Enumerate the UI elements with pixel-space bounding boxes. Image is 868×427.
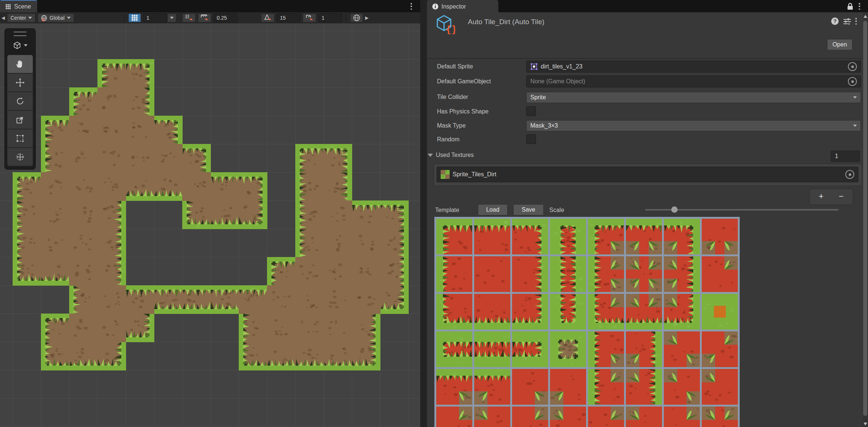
object-picker-icon[interactable] (845, 170, 854, 179)
default-sprite-field[interactable]: dirt_tiles_v1_23 (526, 61, 861, 73)
header-separator (427, 58, 862, 59)
used-textures-foldout-icon[interactable] (428, 154, 433, 157)
scale-snap-icon (305, 14, 314, 22)
tile-collider-value: Sprite (530, 94, 546, 101)
mask-type-label: Mask Type (437, 122, 466, 129)
used-textures-count: 1 (835, 153, 838, 160)
transform-tool-icon (15, 152, 25, 162)
move-snap-field[interactable]: 0.25 (213, 13, 237, 22)
lock-icon[interactable] (847, 3, 853, 10)
has-physics-shape-label: Has Physics Shape (437, 108, 489, 115)
add-texture-button[interactable]: + (812, 190, 830, 202)
default-sprite-value: dirt_tiles_v1_23 (541, 63, 582, 70)
scale-slider-thumb[interactable] (671, 206, 678, 213)
tool-rect[interactable] (7, 129, 33, 148)
hand-icon (15, 59, 25, 69)
grid-snap-icon (185, 14, 193, 22)
load-button[interactable]: Load (478, 204, 508, 215)
grid-size-field[interactable]: 1 (143, 13, 167, 22)
chevron-down-icon (853, 125, 857, 127)
plus-icon: + (819, 192, 824, 201)
mask-type-value: Mask_3×3 (530, 122, 558, 129)
random-checkbox[interactable] (526, 134, 536, 144)
remove-texture-button[interactable]: − (832, 190, 850, 202)
grid-visibility-button[interactable] (128, 13, 141, 22)
default-gameobject-field[interactable]: None (Game Object) (526, 76, 861, 87)
tile-collider-dropdown[interactable]: Sprite (526, 92, 861, 103)
scale-snap-field[interactable]: 1 (318, 13, 342, 22)
minus-icon: − (839, 192, 844, 201)
tool-rotate[interactable] (7, 92, 33, 110)
sprite-icon (530, 63, 538, 70)
scale-label: Scale (549, 207, 564, 214)
scale-snap-value: 1 (322, 15, 325, 21)
collapse-right-icon[interactable]: ▶ (365, 15, 369, 20)
tool-move[interactable] (7, 73, 33, 92)
axis-dropdown[interactable]: Global (38, 13, 74, 22)
rotate-snap-button[interactable] (261, 13, 274, 22)
svg-text:{}: {} (446, 24, 455, 34)
object-picker-icon[interactable] (848, 62, 857, 71)
object-picker-icon[interactable] (848, 77, 857, 86)
move-snap-button[interactable] (198, 13, 211, 22)
overlay-drag-handle[interactable] (14, 32, 26, 36)
save-button-label: Save (522, 206, 535, 213)
collapse-left-icon[interactable]: ◀ (1, 15, 5, 20)
rotate-icon (15, 96, 25, 106)
save-button[interactable]: Save (513, 204, 544, 215)
scene-toolbar: ◀ Center Global 1 0.25 (0, 12, 420, 23)
inspector-scrollbar-thumb[interactable] (863, 21, 867, 416)
grid-size-caret-button[interactable] (168, 13, 176, 22)
angle-snap-icon (264, 14, 272, 22)
scrollbar-down-icon[interactable] (864, 423, 867, 426)
tab-scene[interactable]: Scene (0, 0, 37, 12)
chevron-down-icon (853, 96, 857, 99)
load-button-label: Load (486, 206, 499, 213)
tool-context-dropdown[interactable] (7, 39, 33, 52)
auto-tile-asset-icon: {} (436, 14, 455, 34)
scene-viewport-tilemap[interactable] (0, 23, 420, 427)
autotile-template-palette[interactable] (434, 217, 740, 427)
has-physics-shape-checkbox[interactable] (526, 106, 536, 116)
template-label: Template (435, 207, 459, 214)
grid-size-value: 1 (147, 15, 150, 21)
default-gameobject-label: Default GameObject (437, 78, 491, 85)
mask-type-dropdown[interactable]: Mask_3×3 (526, 120, 861, 131)
scale-snap-button[interactable] (303, 13, 316, 22)
axis-dropdown-label: Global (49, 15, 64, 21)
default-gameobject-value: None (Game Object) (530, 78, 585, 85)
rotate-snap-field[interactable]: 15 (277, 13, 300, 22)
tool-scale[interactable] (7, 110, 33, 129)
tool-transform[interactable] (7, 148, 33, 166)
tile-collider-label: Tile Collider (437, 94, 468, 100)
scene-menu-kebab-icon[interactable] (411, 3, 412, 10)
presets-icon[interactable] (843, 17, 852, 25)
rotate-snap-value: 15 (280, 15, 286, 21)
panel-divider[interactable] (420, 0, 427, 427)
help-icon[interactable]: ? (831, 17, 839, 25)
tab-inspector[interactable]: Inspector (427, 0, 498, 12)
move-snap-value: 0.25 (217, 15, 227, 21)
used-texture-entry[interactable]: Sprite_Tiles_Dirt (437, 167, 858, 182)
tab-scene-label: Scene (14, 3, 31, 10)
scale-tool-icon (15, 115, 25, 125)
scene-camera-gizmo-button[interactable] (350, 13, 363, 22)
inspector-tabbar-kebab-icon[interactable] (859, 3, 860, 10)
globe-icon (41, 15, 47, 21)
pivot-dropdown-label: Center (10, 15, 26, 21)
scene-grid-icon (5, 4, 11, 10)
open-button[interactable]: Open (827, 39, 852, 50)
pivot-dropdown[interactable]: Center (7, 13, 35, 22)
grid-snap-button[interactable] (182, 13, 196, 22)
scrollbar-up-icon[interactable] (864, 15, 867, 18)
move-arrows-icon (15, 78, 25, 87)
tab-inspector-label: Inspector (441, 3, 466, 10)
open-button-label: Open (832, 41, 847, 48)
used-texture-entry-label: Sprite_Tiles_Dirt (453, 171, 496, 178)
default-sprite-label: Default Sprite (437, 63, 473, 70)
tool-hand[interactable] (7, 55, 33, 73)
used-textures-count-field[interactable]: 1 (831, 151, 860, 162)
texture-thumbnail-icon (441, 170, 450, 179)
scene-tool-overlay (4, 28, 36, 170)
inspector-kebab-icon[interactable] (855, 18, 857, 25)
